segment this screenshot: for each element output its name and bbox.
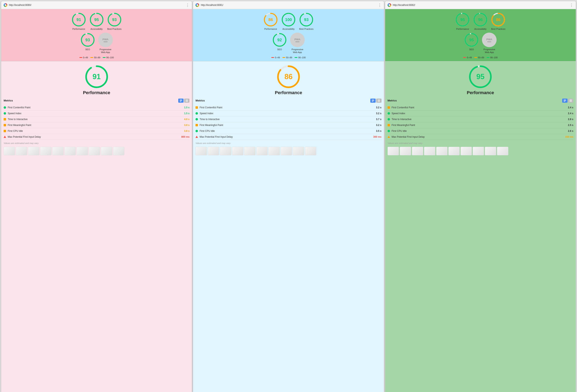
thumbnail xyxy=(268,147,280,155)
toggle-bar-button[interactable] xyxy=(562,98,568,103)
thumb-inner xyxy=(256,147,267,155)
legend-range: 0–49 xyxy=(467,56,472,59)
metric-row: Max Potential First Input Delay 800 ms xyxy=(4,134,189,140)
big-score-label: Performance xyxy=(275,90,302,95)
thumb-inner xyxy=(269,147,280,155)
metric-row: Speed Index 2.4 s xyxy=(388,111,573,116)
metric-name: First Meaningful Paint xyxy=(200,124,376,127)
thumbnail xyxy=(412,147,423,155)
metric-value: 4.0 s xyxy=(184,118,190,121)
metric-indicator xyxy=(195,118,198,121)
score-item-1: 100 Accessibility xyxy=(281,12,296,30)
metric-indicator xyxy=(388,106,390,109)
score2-label: ProgressiveWeb App xyxy=(291,48,303,54)
metric-name: Speed Index xyxy=(392,112,568,115)
score-value: 86 xyxy=(268,17,273,22)
thumb-inner xyxy=(4,147,15,155)
browser-url: http://localhost:8080/ xyxy=(9,4,184,6)
thumbnail xyxy=(244,147,255,155)
metric-indicator xyxy=(195,124,198,126)
bottom-section: 95 Performance Metrics xyxy=(385,61,576,392)
score-value: 95 xyxy=(94,17,99,22)
toggle-list-button[interactable] xyxy=(184,98,189,103)
thumbnail xyxy=(4,147,15,155)
top-section: 86 Performance 100 Accessibility 93 Best… xyxy=(193,9,384,61)
metric-row: First Contentful Paint 1.5 s xyxy=(4,105,189,111)
score-gauge: 92 xyxy=(272,33,287,47)
toggle-bar-button[interactable] xyxy=(370,98,376,103)
browser-bar: http://localhost:8082/ ⋮ xyxy=(385,1,576,9)
browser-url: http://localhost:8082/ xyxy=(393,4,568,6)
metrics-header: Metrics xyxy=(388,98,573,103)
thumbnail xyxy=(461,147,472,155)
score-gauge: 86 xyxy=(276,65,301,89)
toggle-list-button[interactable] xyxy=(568,98,573,103)
thumbnail xyxy=(232,147,243,155)
metrics-header: Metrics xyxy=(4,98,189,103)
score-label: Accessibility xyxy=(91,28,103,30)
score2-label: ProgressiveWeb App xyxy=(483,48,495,54)
legend: 0–49 50–89 90–100 xyxy=(4,56,189,59)
metrics-list: First Contentful Paint 1.5 s Speed Index… xyxy=(4,105,189,140)
disclaimer: Values are estimated and may vary. xyxy=(195,142,381,144)
score2-label: SEO xyxy=(469,48,474,51)
toggle-bar-button[interactable] xyxy=(178,98,183,103)
svg-point-13 xyxy=(197,4,198,6)
score2-item-0: 95 SEO xyxy=(464,33,479,54)
score2-item-1: PWA ProgressiveWeb App xyxy=(482,33,497,54)
score-label: Accessibility xyxy=(474,28,486,30)
score-label: Performance xyxy=(264,28,277,30)
thumb-inner xyxy=(28,147,39,155)
pwa-badge: PWA xyxy=(482,33,497,47)
browser-logo xyxy=(4,3,7,7)
metric-name: Max Potential First Input Delay xyxy=(392,135,565,138)
score-gauge: 93 xyxy=(80,33,95,47)
thumb-inner xyxy=(208,147,219,155)
panel-1: http://localhost:8080/ ⋮ 91 Performance … xyxy=(1,1,192,392)
score-item-1: 96 Accessibility xyxy=(473,12,488,30)
metrics-title: Metrics xyxy=(195,99,205,102)
thumbnail xyxy=(76,147,88,155)
metric-name: First Contentful Paint xyxy=(8,106,184,109)
scores-row-1: 95 Performance 96 Accessibility 86 Best … xyxy=(388,12,573,30)
metric-indicator xyxy=(388,124,390,126)
metric-indicator xyxy=(4,106,6,109)
score-gauge: 86 xyxy=(491,12,505,27)
metric-value: 300 ms xyxy=(373,135,382,138)
browser-logo xyxy=(388,3,391,7)
browser-menu-icon[interactable]: ⋮ xyxy=(378,3,382,7)
metric-value: 1.5 s xyxy=(184,112,190,115)
metric-row: Speed Index 3.2 s xyxy=(195,111,381,116)
scores-row-1: 91 Performance 95 Accessibility 93 Best … xyxy=(4,12,189,30)
thumb-inner xyxy=(77,147,88,155)
metric-value: 800 ms xyxy=(181,135,190,138)
browser-menu-icon[interactable]: ⋮ xyxy=(570,3,573,7)
score2-item-0: 93 SEO xyxy=(80,33,95,54)
pwa-label: PWA xyxy=(486,38,493,41)
thumbnails xyxy=(388,147,573,155)
top-section: 95 Performance 96 Accessibility 86 Best … xyxy=(385,9,576,61)
metric-indicator xyxy=(4,130,6,132)
list-icon xyxy=(185,100,188,102)
thumb-inner xyxy=(305,147,316,155)
thumb-inner xyxy=(101,147,112,155)
browser-menu-icon[interactable]: ⋮ xyxy=(186,3,189,7)
toggle-list-button[interactable] xyxy=(376,98,382,103)
score-value: 95 xyxy=(460,17,465,22)
thumbnail xyxy=(305,147,316,155)
score-item-0: 95 Performance xyxy=(455,12,470,30)
metric-name: First Contentful Paint xyxy=(392,106,568,109)
score-gauge: 91 xyxy=(72,12,86,27)
score2-label: SEO xyxy=(85,48,90,51)
pwa-badge: PWA xyxy=(290,33,305,47)
metric-name: First CPU Idle xyxy=(392,130,568,132)
metric-name: Max Potential First Input Delay xyxy=(8,135,181,138)
metrics-toggle xyxy=(562,98,573,103)
big-score-section: 91 Performance xyxy=(4,65,189,95)
metric-name: Time to Interactive xyxy=(8,118,184,121)
score-label: Performance xyxy=(456,28,469,30)
thumb-inner xyxy=(449,147,460,155)
thumb-inner xyxy=(196,147,207,155)
metric-name: First CPU Idle xyxy=(8,130,184,132)
score-value: 86 xyxy=(496,17,501,22)
